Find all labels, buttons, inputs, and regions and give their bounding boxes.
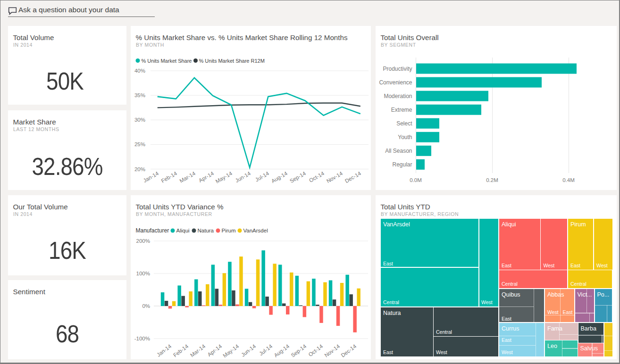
svg-text:Oct-14: Oct-14 (307, 343, 324, 358)
svg-text:0.2M: 0.2M (486, 177, 498, 183)
svg-text:% Units Market Share R12M: % Units Market Share R12M (199, 58, 265, 64)
svg-text:Jul-14: Jul-14 (254, 170, 270, 182)
svg-text:Aliqui: Aliqui (176, 228, 190, 233)
svg-text:May-14: May-14 (222, 343, 240, 359)
svg-text:Pirum: Pirum (222, 228, 236, 233)
svg-text:Jan-14: Jan-14 (156, 343, 173, 358)
svg-text:25%: 25% (134, 141, 145, 147)
svg-text:Jun-14: Jun-14 (235, 170, 252, 183)
svg-text:May-14: May-14 (215, 170, 234, 184)
svg-text:30%: 30% (134, 117, 145, 123)
svg-text:Sep-14: Sep-14 (289, 170, 307, 184)
svg-text:Natura: Natura (198, 228, 214, 233)
svg-text:Select: Select (396, 120, 412, 127)
svg-text:% Units Market Share: % Units Market Share (142, 58, 192, 64)
svg-text:Extreme: Extreme (391, 107, 412, 113)
svg-text:Apr-14: Apr-14 (198, 170, 215, 183)
svg-text:Sep-14: Sep-14 (290, 343, 307, 358)
svg-text:Feb-14: Feb-14 (160, 170, 178, 184)
svg-text:Mar-14: Mar-14 (189, 343, 207, 358)
svg-text:Mar-14: Mar-14 (178, 170, 196, 184)
svg-text:Productivity: Productivity (383, 66, 412, 72)
svg-text:Dec-14: Dec-14 (340, 343, 357, 358)
svg-text:Youth: Youth (398, 134, 412, 141)
svg-text:Nov-14: Nov-14 (326, 170, 344, 184)
svg-text:100%: 100% (136, 271, 150, 276)
svg-text:35%: 35% (134, 92, 145, 98)
svg-text:0%: 0% (142, 303, 150, 309)
svg-text:200%: 200% (136, 238, 150, 244)
svg-text:Dec-14: Dec-14 (344, 170, 362, 184)
svg-text:Regular: Regular (392, 161, 412, 168)
svg-text:-100%: -100% (134, 336, 150, 341)
svg-text:Jul-14: Jul-14 (258, 343, 274, 357)
svg-text:Manufacturer: Manufacturer (136, 227, 169, 234)
svg-text:0.0M: 0.0M (410, 177, 422, 183)
svg-text:Nov-14: Nov-14 (323, 343, 341, 358)
svg-text:Apr-14: Apr-14 (206, 343, 223, 358)
svg-text:Aug-14: Aug-14 (273, 343, 290, 358)
svg-text:Jun-14: Jun-14 (240, 343, 257, 358)
svg-text:VanArsdel: VanArsdel (243, 228, 268, 233)
svg-text:0.4M: 0.4M (562, 177, 575, 183)
svg-text:Oct-14: Oct-14 (308, 170, 325, 183)
svg-text:Moderation: Moderation (384, 93, 412, 99)
svg-text:20%: 20% (134, 166, 145, 172)
svg-text:Feb-14: Feb-14 (172, 343, 190, 358)
svg-text:All Season: All Season (385, 148, 412, 154)
svg-text:40%: 40% (134, 68, 145, 74)
svg-text:Jan-14: Jan-14 (142, 170, 160, 183)
svg-text:Convenience: Convenience (379, 79, 412, 86)
svg-text:Aug-14: Aug-14 (270, 170, 289, 184)
